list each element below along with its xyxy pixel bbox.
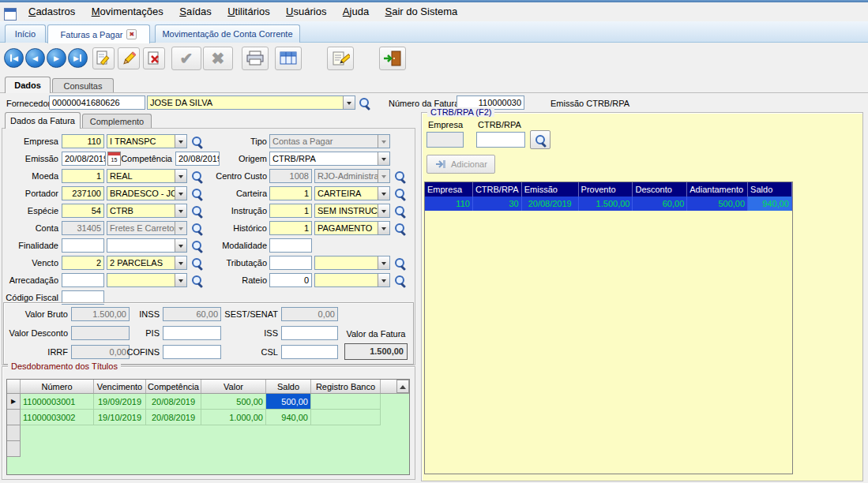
iss-field[interactable] xyxy=(281,326,338,340)
rateio-code-field[interactable]: 0 xyxy=(269,273,312,287)
carteira-lookup-icon[interactable] xyxy=(393,187,407,200)
historico-lookup-icon[interactable] xyxy=(393,222,407,235)
carteira-combo[interactable]: CARTEIRA xyxy=(314,186,390,200)
dropdown-arrow-icon xyxy=(378,222,389,234)
mdi-tab-bar: Início Faturas a Pagar ✖ Movimentação de… xyxy=(0,21,868,43)
cell-adiantamento: 500,00 xyxy=(687,197,748,211)
tab-complemento[interactable]: Complemento xyxy=(82,114,152,129)
prior-record-button[interactable]: ◀ xyxy=(25,48,45,68)
empresa-combo-value: I TRANSPC xyxy=(107,135,175,148)
row-indicator xyxy=(7,425,21,441)
origem-combo[interactable]: CTRB/RPA xyxy=(269,152,390,166)
dropdown-arrow-icon xyxy=(378,135,389,148)
tributacao-code-field[interactable] xyxy=(269,256,312,270)
emissao-date-field[interactable]: 20/08/2019 xyxy=(62,152,106,166)
instrucao-lookup-icon[interactable] xyxy=(393,204,407,218)
delete-record-button[interactable] xyxy=(143,47,165,69)
next-record-button[interactable]: ▶ xyxy=(47,48,66,68)
adicionar-button[interactable]: Adicionar xyxy=(426,155,495,174)
fornecedor-lookup-icon[interactable] xyxy=(358,96,371,110)
centro-custo-lookup-icon[interactable] xyxy=(393,170,407,183)
finalidade-code-field[interactable] xyxy=(62,238,104,253)
vencto-lookup-icon[interactable] xyxy=(190,256,204,270)
especie-code-field[interactable]: 54 xyxy=(62,204,104,218)
finalidade-combo[interactable] xyxy=(107,238,187,253)
tab-dados-da-fatura[interactable]: Dados da Fatura xyxy=(5,112,81,129)
moeda-combo-value: REAL xyxy=(107,170,175,182)
moeda-code-field[interactable]: 1 xyxy=(62,169,104,183)
menu-item-saidas[interactable]: Saídas xyxy=(173,2,217,21)
tab-faturas-label: Faturas a Pagar xyxy=(61,30,123,39)
last-record-button[interactable]: ▶ xyxy=(68,48,88,68)
ctrb-grid[interactable]: Empresa CTRB/RPA Emissão Provento Descon… xyxy=(424,182,793,474)
adicionar-label: Adicionar xyxy=(451,159,487,169)
arrecadacao-combo[interactable] xyxy=(107,273,187,287)
conta-lookup-icon[interactable] xyxy=(190,222,204,235)
menu-item-usuarios[interactable]: Usuários xyxy=(280,2,333,21)
empresa-combo[interactable]: I TRANSPC xyxy=(107,134,187,148)
table-row[interactable]: 11000003002 19/10/2019 20/08/2019 1.000,… xyxy=(7,410,409,425)
edit-record-button[interactable] xyxy=(118,47,140,69)
tab-close-icon[interactable]: ✖ xyxy=(126,29,137,39)
tab-faturas-a-pagar[interactable]: Faturas a Pagar ✖ xyxy=(47,24,150,43)
csl-field[interactable] xyxy=(281,345,338,359)
instrucao-code-field[interactable]: 1 xyxy=(269,204,312,218)
menu-item-cadastros[interactable]: Cadastros xyxy=(22,2,81,21)
desdobramento-caption: Desdobramento dos Títulos xyxy=(8,361,121,371)
tab-dados[interactable]: Dados xyxy=(5,77,51,93)
pis-field[interactable] xyxy=(163,326,221,340)
tab-movimentacao-conta-corrente[interactable]: Movimentação de Conta Corrente xyxy=(155,24,300,43)
finalidade-label: Finalidade xyxy=(0,241,58,250)
grid-scroll-up-button[interactable] xyxy=(396,380,409,393)
rateio-combo[interactable] xyxy=(314,273,390,287)
menu-item-sair-do-sistema[interactable]: Sair do Sistema xyxy=(379,2,464,21)
cancel-button[interactable]: ✖ xyxy=(203,47,233,70)
arrecadacao-lookup-icon[interactable] xyxy=(190,274,204,287)
tab-consultas[interactable]: Consultas xyxy=(52,78,114,93)
tributacao-label: Tributação xyxy=(205,258,267,268)
modalidade-code-field[interactable] xyxy=(269,238,312,253)
carteira-code-field[interactable]: 1 xyxy=(269,186,312,200)
ctrb-empresa-field[interactable] xyxy=(426,132,464,148)
empresa-lookup-icon[interactable] xyxy=(190,135,204,148)
portador-combo[interactable]: BRADESCO - JC TH xyxy=(107,186,187,200)
portador-code-field[interactable]: 237100 xyxy=(62,186,104,200)
vencto-code-field[interactable]: 2 xyxy=(62,256,104,270)
ctrb-lookup-button[interactable] xyxy=(530,130,550,149)
vencto-combo[interactable]: 2 PARCELAS xyxy=(107,256,187,270)
empresa-label: Empresa xyxy=(0,137,58,146)
cofins-field[interactable] xyxy=(163,345,221,359)
fornecedor-combo[interactable]: JOSE DA SILVA xyxy=(147,95,355,110)
new-record-button[interactable] xyxy=(92,47,115,69)
historico-combo[interactable]: PAGAMENTO xyxy=(314,221,390,235)
exit-button[interactable] xyxy=(379,47,406,70)
moeda-lookup-icon[interactable] xyxy=(190,170,204,183)
menu-item-movimentacoes[interactable]: Movimentações xyxy=(85,2,170,21)
grid-view-button[interactable] xyxy=(275,47,302,70)
especie-lookup-icon[interactable] xyxy=(190,204,204,218)
finalidade-lookup-icon[interactable] xyxy=(190,239,204,253)
arrecadacao-code-field[interactable] xyxy=(62,273,104,287)
rateio-lookup-icon[interactable] xyxy=(393,274,407,287)
menu-item-ajuda[interactable]: Ajuda xyxy=(336,2,375,21)
first-record-button[interactable]: ◀ xyxy=(4,48,24,68)
tributacao-combo[interactable] xyxy=(314,256,390,270)
empresa-code-field[interactable]: 110 xyxy=(62,134,104,148)
table-row[interactable]: ▶ 11000003001 19/09/2019 20/08/2019 500,… xyxy=(7,394,409,410)
instrucao-combo[interactable]: SEM INSTRUCAO xyxy=(314,204,390,218)
especie-combo[interactable]: CTRB xyxy=(107,204,187,218)
tab-inicio[interactable]: Início xyxy=(5,24,46,43)
moeda-combo[interactable]: REAL xyxy=(107,169,187,183)
confirm-button[interactable]: ✔ xyxy=(171,47,201,70)
notes-button[interactable] xyxy=(327,47,354,70)
fornecedor-code-field[interactable]: 00000041680626 xyxy=(49,95,145,110)
table-row-selected[interactable]: 110 30 20/08/2019 1.500,00 60,00 500,00 … xyxy=(425,197,792,211)
search-icon xyxy=(534,133,547,147)
portador-lookup-icon[interactable] xyxy=(190,187,204,200)
ctrb-numero-field[interactable] xyxy=(476,132,525,148)
desdobramento-grid[interactable]: Número Vencimento Competência Valor Sald… xyxy=(6,379,410,475)
menu-item-utilitarios[interactable]: Utilitários xyxy=(221,2,276,21)
tributacao-lookup-icon[interactable] xyxy=(393,256,407,270)
historico-code-field[interactable]: 1 xyxy=(269,221,312,235)
print-button[interactable] xyxy=(242,47,269,70)
